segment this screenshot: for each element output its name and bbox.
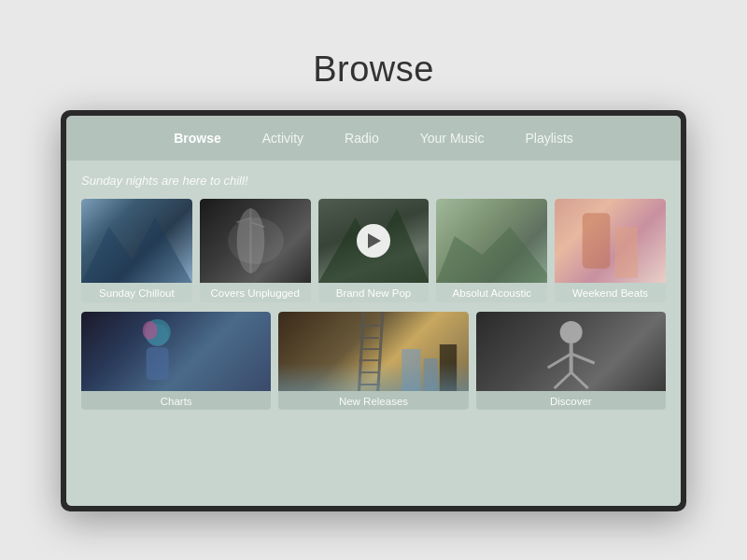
row2: Charts xyxy=(81,312,666,410)
play-button[interactable] xyxy=(357,224,390,258)
label-brand-new-pop: Brand New Pop xyxy=(318,283,430,302)
label-discover: Discover xyxy=(476,391,666,410)
nav-item-playlists[interactable]: Playlists xyxy=(504,119,593,157)
svg-rect-8 xyxy=(615,227,639,277)
art-absolut-acoustic xyxy=(436,199,547,283)
svg-rect-21 xyxy=(402,349,420,391)
svg-point-12 xyxy=(143,321,158,340)
card-covers-unplugged[interactable]: Covers Unplugged xyxy=(200,199,311,302)
row1: Sunday Chillout Covers Unplugged xyxy=(81,199,666,302)
svg-point-24 xyxy=(559,321,582,343)
play-icon xyxy=(368,233,381,248)
label-absolut-acoustic: Absolut Acoustic xyxy=(436,283,547,302)
label-sunday-chillout: Sunday Chillout xyxy=(81,283,192,302)
label-charts: Charts xyxy=(81,391,271,410)
svg-line-14 xyxy=(378,312,383,391)
art-charts xyxy=(81,312,271,391)
art-discover xyxy=(476,312,666,391)
nav-item-your-music[interactable]: Your Music xyxy=(400,119,505,157)
nav-bar: Browse Activity Radio Your Music Playlis… xyxy=(66,116,681,161)
svg-point-1 xyxy=(236,208,264,273)
svg-line-4 xyxy=(250,222,264,227)
content-area: Sunday nights are here to chill! Sunday … xyxy=(66,161,681,506)
card-new-releases[interactable]: New Releases xyxy=(278,312,468,410)
nav-item-browse[interactable]: Browse xyxy=(153,119,242,157)
card-absolut-acoustic[interactable]: Absolut Acoustic xyxy=(436,199,547,302)
svg-rect-22 xyxy=(424,358,438,391)
card-charts[interactable]: Charts xyxy=(81,312,271,410)
art-brand-new-pop xyxy=(318,199,430,283)
svg-marker-6 xyxy=(436,227,547,283)
svg-rect-7 xyxy=(583,213,611,268)
nav-item-activity[interactable]: Activity xyxy=(242,119,324,157)
art-new-releases xyxy=(278,312,468,391)
card-discover[interactable]: Discover xyxy=(476,312,666,410)
label-weekend-beats: Weekend Beats xyxy=(555,283,666,302)
svg-line-28 xyxy=(554,372,571,388)
art-sunday-chillout xyxy=(81,199,192,283)
art-weekend-beats xyxy=(555,199,666,283)
label-covers-unplugged: Covers Unplugged xyxy=(200,283,311,302)
card-weekend-beats[interactable]: Weekend Beats xyxy=(555,199,666,302)
section-title: Sunday nights are here to chill! xyxy=(81,174,666,188)
screen: Browse Activity Radio Your Music Playlis… xyxy=(66,116,681,506)
nav-item-radio[interactable]: Radio xyxy=(324,119,400,157)
svg-rect-23 xyxy=(440,344,457,391)
label-new-releases: New Releases xyxy=(278,391,468,410)
art-covers-unplugged xyxy=(200,199,311,283)
card-brand-new-pop[interactable]: Brand New Pop xyxy=(318,199,430,302)
svg-marker-0 xyxy=(81,217,192,283)
card-sunday-chillout[interactable]: Sunday Chillout xyxy=(81,199,192,302)
svg-rect-10 xyxy=(147,347,169,380)
svg-line-26 xyxy=(547,354,571,368)
svg-line-27 xyxy=(571,354,594,363)
svg-line-29 xyxy=(571,372,587,388)
device-frame: Browse Activity Radio Your Music Playlis… xyxy=(61,110,686,511)
play-overlay xyxy=(318,199,430,283)
svg-line-13 xyxy=(359,312,364,391)
page-title: Browse xyxy=(313,49,434,90)
